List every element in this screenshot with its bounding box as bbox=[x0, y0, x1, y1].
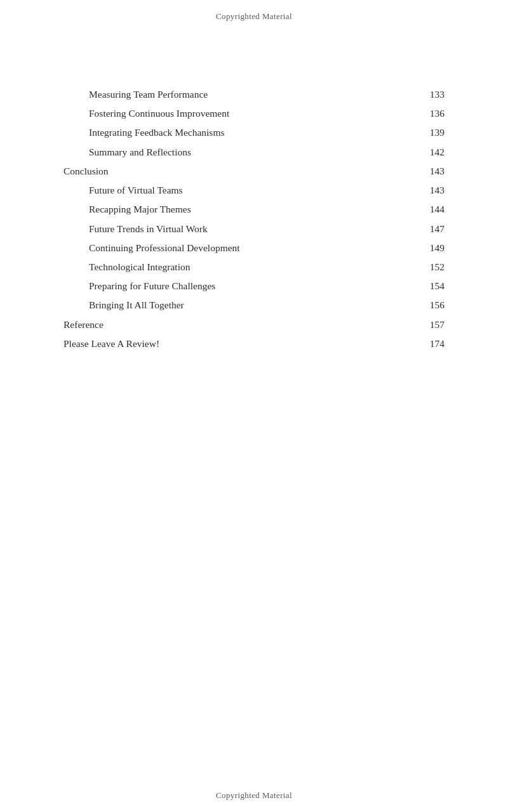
toc-entry-title: Recapping Major Themes bbox=[64, 200, 191, 219]
toc-entry-title: Technological Integration bbox=[64, 258, 190, 277]
toc-entry: Continuing Professional Development149 bbox=[64, 239, 444, 258]
toc-entry-page: 144 bbox=[430, 200, 444, 219]
toc-entry-page: 133 bbox=[430, 85, 444, 104]
toc-entry-title: Future Trends in Virtual Work bbox=[64, 219, 208, 239]
toc-entry-page: 143 bbox=[430, 162, 444, 181]
toc-entry-page: 139 bbox=[430, 123, 444, 142]
toc-entry-page: 147 bbox=[430, 219, 444, 239]
toc-entry-title: Fostering Continuous Improvement bbox=[64, 104, 229, 123]
toc-entry-title: Bringing It All Together bbox=[64, 296, 184, 315]
toc-entry-title: Integrating Feedback Mechanisms bbox=[64, 123, 225, 142]
toc-entry: Preparing for Future Challenges154 bbox=[64, 277, 444, 296]
toc-entry: Measuring Team Performance133 bbox=[64, 85, 444, 104]
toc-entry: Conclusion143 bbox=[64, 162, 444, 181]
toc-entry-title: Continuing Professional Development bbox=[64, 239, 240, 258]
toc-entry-title: Reference bbox=[64, 315, 104, 334]
toc-entry: Fostering Continuous Improvement136 bbox=[64, 104, 444, 123]
toc-entry-title: Summary and Reflections bbox=[64, 143, 191, 162]
toc-entry: Please Leave A Review!174 bbox=[64, 334, 444, 353]
toc-entry: Future Trends in Virtual Work147 bbox=[64, 219, 444, 239]
toc-entry-title: Future of Virtual Teams bbox=[64, 181, 183, 200]
toc-entry: Technological Integration152 bbox=[64, 258, 444, 277]
toc-entry-page: 143 bbox=[430, 181, 444, 200]
toc-entry-title: Measuring Team Performance bbox=[64, 85, 208, 104]
toc-entry-page: 149 bbox=[430, 239, 444, 258]
toc-entry-page: 154 bbox=[430, 277, 444, 296]
toc-entry: Integrating Feedback Mechanisms139 bbox=[64, 123, 444, 142]
toc-entry: Bringing It All Together156 bbox=[64, 296, 444, 315]
toc-entry: Future of Virtual Teams143 bbox=[64, 181, 444, 200]
toc-entry: Recapping Major Themes144 bbox=[64, 200, 444, 219]
toc-entry-title: Conclusion bbox=[64, 162, 109, 181]
toc-entry-title: Preparing for Future Challenges bbox=[64, 277, 215, 296]
toc-entry-page: 156 bbox=[430, 296, 444, 315]
toc-entry-page: 174 bbox=[430, 334, 444, 353]
page-footer: Copyrighted Material bbox=[0, 790, 508, 801]
toc-entry-page: 157 bbox=[430, 315, 444, 334]
toc-entry: Summary and Reflections142 bbox=[64, 143, 444, 162]
toc-entry: Reference157 bbox=[64, 315, 444, 334]
toc-entry-page: 136 bbox=[430, 104, 444, 123]
toc-entry-title: Please Leave A Review! bbox=[64, 334, 159, 353]
toc-container: Measuring Team Performance133Fostering C… bbox=[0, 22, 508, 353]
toc-entry-page: 152 bbox=[430, 258, 444, 277]
page-header: Copyrighted Material bbox=[0, 0, 508, 22]
toc-entry-page: 142 bbox=[430, 143, 444, 162]
